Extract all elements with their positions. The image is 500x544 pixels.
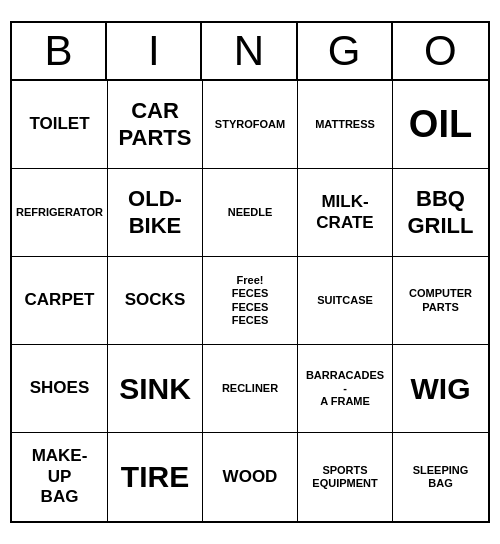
bingo-cell: REFRIGERATOR [12,169,108,257]
cell-text: SINK [119,371,191,407]
bingo-cell: OIL [393,81,488,169]
bingo-cell: MILK-CRATE [298,169,393,257]
cell-text: SLEEPINGBAG [413,464,469,490]
bingo-cell: COMPUTERPARTS [393,257,488,345]
cell-text: Free!FECESFECESFECES [232,274,269,327]
bingo-cell: CARPET [12,257,108,345]
bingo-cell: MATTRESS [298,81,393,169]
bingo-header: BINGO [12,23,488,81]
bingo-cell: SLEEPINGBAG [393,433,488,521]
bingo-cell: WOOD [203,433,298,521]
cell-text: RECLINER [222,382,278,395]
cell-text: OIL [409,102,472,148]
cell-text: WIG [411,371,471,407]
cell-text: CARPARTS [119,98,192,151]
cell-text: SUITCASE [317,294,373,307]
bingo-cell: TOILET [12,81,108,169]
cell-text: MILK-CRATE [316,192,373,233]
bingo-cell: BARRACADES-A FRAME [298,345,393,433]
cell-text: WOOD [223,467,278,487]
cell-text: STYROFOAM [215,118,285,131]
cell-text: CARPET [25,290,95,310]
header-letter: B [12,23,107,79]
bingo-cell: Free!FECESFECESFECES [203,257,298,345]
bingo-cell: STYROFOAM [203,81,298,169]
cell-text: SPORTSEQUIPMENT [312,464,377,490]
cell-text: REFRIGERATOR [16,206,103,219]
header-letter: G [298,23,393,79]
cell-text: SOCKS [125,290,185,310]
header-letter: O [393,23,488,79]
bingo-cell: SHOES [12,345,108,433]
cell-text: TOILET [29,114,89,134]
cell-text: MATTRESS [315,118,375,131]
bingo-cell: SPORTSEQUIPMENT [298,433,393,521]
bingo-cell: OLD-BIKE [108,169,203,257]
bingo-cell: CARPARTS [108,81,203,169]
bingo-cell: NEEDLE [203,169,298,257]
cell-text: BARRACADES-A FRAME [306,369,384,409]
bingo-cell: RECLINER [203,345,298,433]
bingo-cell: MAKE-UPBAG [12,433,108,521]
bingo-cell: BBQGRILL [393,169,488,257]
cell-text: SHOES [30,378,90,398]
cell-text: MAKE-UPBAG [32,446,88,507]
bingo-cell: SUITCASE [298,257,393,345]
cell-text: OLD-BIKE [128,186,182,239]
cell-text: BBQGRILL [408,186,474,239]
bingo-grid: TOILETCARPARTSSTYROFOAMMATTRESSOILREFRIG… [12,81,488,521]
bingo-cell: TIRE [108,433,203,521]
bingo-cell: SINK [108,345,203,433]
bingo-card: BINGO TOILETCARPARTSSTYROFOAMMATTRESSOIL… [10,21,490,523]
cell-text: COMPUTERPARTS [409,287,472,313]
cell-text: NEEDLE [228,206,273,219]
header-letter: I [107,23,202,79]
bingo-cell: SOCKS [108,257,203,345]
header-letter: N [202,23,297,79]
cell-text: TIRE [121,459,189,495]
bingo-cell: WIG [393,345,488,433]
